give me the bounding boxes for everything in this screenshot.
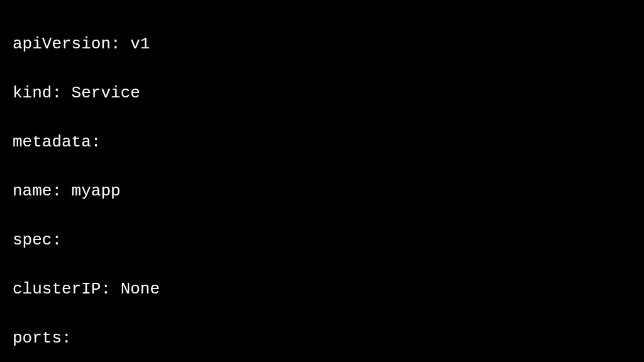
code-line: ports: — [13, 326, 631, 351]
code-line: apiVersion: v1 — [13, 32, 631, 57]
code-line: metadata: — [13, 130, 631, 155]
code-line: kind: Service — [13, 81, 631, 106]
yaml-code-block: apiVersion: v1 kind: Service metadata: n… — [13, 8, 631, 362]
code-line: name: myapp — [13, 179, 631, 204]
code-line: spec: — [13, 228, 631, 253]
code-line: clusterIP: None — [13, 277, 631, 302]
